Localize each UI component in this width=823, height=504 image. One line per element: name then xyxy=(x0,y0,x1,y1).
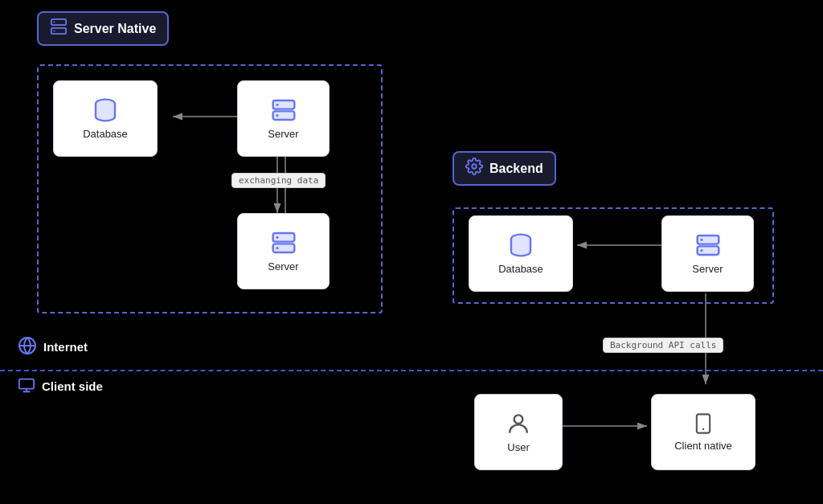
server-bottom-node: Server xyxy=(237,213,330,289)
backend-text: Backend xyxy=(489,162,543,176)
server-top-node: Server xyxy=(237,80,330,157)
diagram-container: Server Native Database Server exchanging… xyxy=(0,0,823,504)
internet-text: Internet xyxy=(43,340,88,354)
server-top-label: Server xyxy=(268,128,298,140)
svg-point-30 xyxy=(700,249,702,252)
backend-icon xyxy=(465,158,483,179)
server-top-icon xyxy=(271,97,297,123)
server-native-icon xyxy=(50,18,68,39)
database-left-node: Database xyxy=(53,80,158,157)
backend-label: Backend xyxy=(452,151,556,186)
svg-rect-12 xyxy=(51,19,66,25)
exchanging-data-label: exchanging data xyxy=(231,173,326,188)
server-native-text: Server Native xyxy=(74,22,156,36)
client-native-icon xyxy=(692,412,714,435)
database-right-label: Database xyxy=(498,263,543,275)
internet-divider xyxy=(0,370,823,371)
database-left-label: Database xyxy=(83,128,128,140)
svg-point-25 xyxy=(472,164,477,169)
svg-point-19 xyxy=(276,104,278,106)
svg-point-20 xyxy=(276,114,278,117)
svg-point-29 xyxy=(700,239,702,241)
svg-rect-34 xyxy=(697,414,710,432)
svg-rect-13 xyxy=(51,28,66,34)
client-side-text: Client side xyxy=(42,379,103,393)
svg-point-15 xyxy=(54,31,55,32)
client-native-label: Client native xyxy=(674,440,732,452)
server-bottom-label: Server xyxy=(268,260,298,272)
server-right-node: Server xyxy=(661,215,754,292)
client-side-label: Client side xyxy=(18,376,103,396)
client-native-node: Client native xyxy=(651,394,755,470)
client-side-icon xyxy=(18,376,35,396)
user-label: User xyxy=(507,441,529,453)
internet-label: Internet xyxy=(18,336,88,358)
internet-icon xyxy=(18,336,37,358)
server-native-label: Server Native xyxy=(37,11,169,46)
server-bottom-icon xyxy=(271,230,297,256)
database-right-node: Database xyxy=(469,215,573,292)
svg-point-23 xyxy=(276,236,278,239)
user-icon xyxy=(506,411,531,436)
svg-point-33 xyxy=(514,415,523,424)
background-api-label: Background API calls xyxy=(603,338,723,353)
server-right-icon xyxy=(695,232,721,258)
database-right-icon xyxy=(508,232,534,258)
svg-point-35 xyxy=(702,428,704,430)
server-right-label: Server xyxy=(692,263,723,275)
user-node: User xyxy=(474,394,563,470)
svg-point-24 xyxy=(276,247,278,249)
database-left-icon xyxy=(92,97,118,123)
svg-point-14 xyxy=(54,22,55,23)
svg-rect-32 xyxy=(19,379,34,389)
